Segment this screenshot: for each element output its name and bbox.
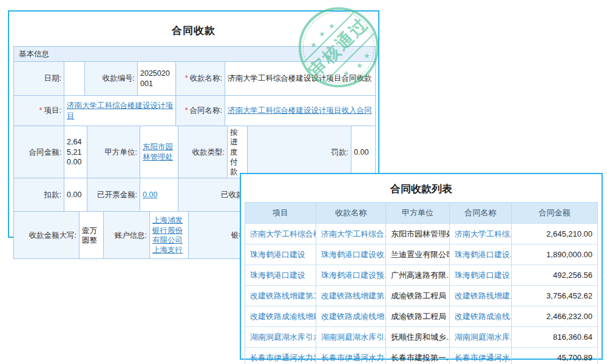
column-header-3: 甲方单位 [385, 203, 449, 223]
form-row: 合同金额:2,645,210.00甲方单位:东阳市园林管理处收款类型:按进度付款… [14, 126, 375, 178]
form-label: 收款金额大写: [14, 212, 79, 258]
contract-name-link[interactable]: 珠海鹤港口建设... [449, 244, 511, 265]
form-row: 日期:收款编号:2025020001*收款名称:济南大学工科综合楼建设设计项目合… [14, 62, 375, 95]
contract-name-link[interactable]: 长春市伊通河水... [449, 348, 511, 364]
form-label: 日期: [14, 62, 64, 95]
form-label: 扣款: [14, 178, 64, 211]
table-row: 湖南洞庭湖水库引水...湖南洞庭湖水库引...抚顺住房和城乡...湖南洞庭湖水库… [245, 326, 597, 347]
contract-name-link[interactable]: 济南大学工科综... [449, 224, 511, 244]
amount-cell: 45,700.89 [511, 348, 597, 364]
table-row: 珠海鹤港口建设珠海鹤港口建设预...广州高速路有限...珠海鹤港口建设492,2… [245, 265, 597, 285]
table-row: 改建铁路线增建第二...改建铁路线增建第...成渝铁路工程局改建铁路线增建...… [245, 285, 597, 306]
form-label: *项目: [14, 96, 64, 126]
amount-cell: 3,756,452.62 [511, 286, 597, 306]
project-link[interactable]: 湖南洞庭湖水库引水... [245, 327, 316, 347]
form-value: 按进度付款 [227, 126, 247, 178]
form-value: 济南大学工科综合楼建设设计项目收入合同 [225, 96, 375, 126]
receipt-list-table: 项目收款名称甲方单位合同名称合同金额 济南大学工科综合楼...济南大学工科综合.… [245, 202, 598, 364]
amount-cell: 2,645,210.00 [511, 224, 597, 244]
party-a-cell: 兰迪置业有限公司 [385, 244, 449, 265]
list-title: 合同收款列表 [245, 177, 598, 202]
table-header-row: 项目收款名称甲方单位合同名称合同金额 [245, 203, 597, 223]
column-header-1: 项目 [245, 203, 316, 223]
contract-receipt-list-panel: 合同收款列表 项目收款名称甲方单位合同名称合同金额 济南大学工科综合楼...济南… [240, 173, 603, 360]
form-value: 2,645,210.00 [64, 126, 87, 178]
form-value: 0.00 [351, 126, 375, 178]
receipt-name-link[interactable]: 改建铁路成渝线增... [316, 306, 385, 326]
project-link[interactable]: 珠海鹤港口建设 [245, 265, 316, 285]
form-value: 东阳市园林管理处 [140, 126, 178, 178]
required-asterisk: * [185, 106, 188, 115]
form-value: 济南大学工科综合楼建设设计项目 [64, 96, 175, 126]
project-link[interactable]: 济南大学工科综合楼... [245, 224, 316, 244]
contract-name-link[interactable]: 改建铁路成渝线... [449, 306, 511, 326]
form-title: 合同收款 [13, 16, 374, 46]
contract-name-link[interactable]: 珠海鹤港口建设 [449, 265, 511, 285]
contract-name-link[interactable]: 济南大学工科综合楼建设设计项目收入合同 [228, 106, 372, 115]
form-value: 0.00 [64, 178, 87, 211]
amount-cell: 816,360.64 [511, 327, 597, 347]
receipt-name-link[interactable]: 珠海鹤港口建设收... [316, 244, 385, 265]
party-a-link[interactable]: 东阳市园林管理处 [143, 142, 175, 162]
contract-name-link[interactable]: 湖南洞庭湖水库... [449, 327, 511, 347]
form-value: 壹万圆整 [79, 212, 103, 258]
form-label: 合同金额: [14, 126, 64, 178]
column-header-4: 合同名称 [449, 203, 511, 223]
table-body: 济南大学工科综合楼...济南大学工科综合...东阳市园林管理处济南大学工科综..… [245, 223, 597, 364]
column-header-2: 收款名称 [316, 203, 385, 223]
party-a-cell: 成渝铁路工程局 [385, 286, 449, 306]
party-a-cell: 成渝铁路工程局 [385, 306, 449, 326]
required-asterisk: * [185, 74, 188, 83]
section-header-basic-info: 基本信息 [14, 47, 375, 62]
party-a-cell: 东阳市园林管理处 [385, 224, 449, 244]
party-a-cell: 广州高速路有限... [385, 265, 449, 285]
form-label: 已开票金额: [87, 178, 140, 211]
form-row: *项目:济南大学工科综合楼建设设计项目*合同名称:济南大学工科综合楼建设设计项目… [14, 95, 375, 126]
form-label: 账户信息: [103, 212, 149, 258]
amount-cell: 2,466,232.00 [511, 306, 597, 326]
account-info-link[interactable]: 上海浦发银行股份有限公司上海支行 [152, 215, 186, 255]
receipt-name-link[interactable]: 改建铁路线增建第... [316, 286, 385, 306]
form-label: 罚款: [247, 126, 351, 178]
party-a-cell: 长春市建投第一... [385, 348, 449, 364]
project-link[interactable]: 改建铁路成渝线增建... [245, 306, 316, 326]
required-asterisk: * [39, 106, 42, 115]
table-row: 改建铁路成渝线增建...改建铁路成渝线增...成渝铁路工程局改建铁路成渝线...… [245, 306, 597, 326]
form-value [64, 62, 84, 95]
form-label: *收款名称: [175, 62, 225, 95]
table-row: 珠海鹤港口建设珠海鹤港口建设收...兰迪置业有限公司珠海鹤港口建设...1,89… [245, 244, 597, 265]
project-link[interactable]: 长春市伊通河水力发... [245, 348, 316, 364]
form-label: 收款编号: [84, 62, 137, 95]
form-label: *合同名称: [175, 96, 225, 126]
amount-cell: 492,256.56 [511, 265, 597, 285]
form-value: 济南大学工科综合楼建设设计项目合同收款 [225, 62, 375, 95]
party-a-cell: 抚顺住房和城乡... [385, 327, 449, 347]
receipt-name-link[interactable]: 长春市伊通河水力... [316, 348, 385, 364]
project-link[interactable]: 改建铁路线增建第二... [245, 286, 316, 306]
project-link[interactable]: 珠海鹤港口建设 [245, 244, 316, 265]
screen: 合同收款 基本信息 日期:收款编号:2025020001*收款名称:济南大学工科… [0, 0, 607, 364]
form-label: 收款类型: [178, 126, 227, 178]
form-label: 甲方单位: [87, 126, 140, 178]
invoiced-amount-link[interactable]: 0.00 [143, 190, 157, 200]
receipt-name-link[interactable]: 济南大学工科综合... [316, 224, 385, 244]
form-value: 上海浦发银行股份有限公司上海支行 [149, 212, 188, 258]
table-row: 济南大学工科综合楼...济南大学工科综合...东阳市园林管理处济南大学工科综..… [245, 223, 597, 244]
form-value: 2025020001 [137, 62, 175, 95]
receipt-name-link[interactable]: 湖南洞庭湖水库引... [316, 327, 385, 347]
receipt-name-link[interactable]: 珠海鹤港口建设预... [316, 265, 385, 285]
amount-cell: 1,890,000.00 [511, 244, 597, 265]
table-row: 长春市伊通河水力发...长春市伊通河水力...长春市建投第一...长春市伊通河水… [245, 347, 597, 364]
project-link[interactable]: 济南大学工科综合楼建设设计项目 [67, 101, 173, 121]
column-header-5: 合同金额 [511, 203, 597, 223]
form-value: 0.00 [140, 178, 178, 211]
contract-name-link[interactable]: 改建铁路线增建... [449, 286, 511, 306]
